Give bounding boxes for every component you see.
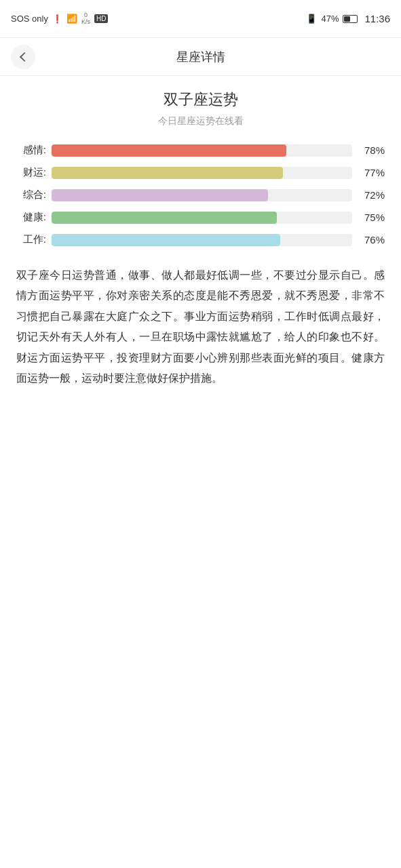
time-display: 11:36 (364, 13, 390, 24)
page-title: 星座详情 (176, 49, 225, 65)
stat-bar-fill (52, 212, 277, 224)
signal-exclamation: ❗ (52, 14, 62, 24)
sim-icon: 📱 (306, 14, 317, 24)
stat-bar-fill (52, 144, 286, 157)
network-icon: HD (94, 14, 108, 23)
app-header: 星座详情 (0, 38, 401, 76)
stat-bar-fill (52, 234, 280, 246)
stat-bar-fill (52, 189, 268, 201)
back-button[interactable] (11, 45, 35, 69)
zodiac-title-section: 双子座运势 今日星座运势在线看 (16, 90, 385, 127)
wifi-icon: 📶 (66, 14, 77, 24)
stat-label: 健康: (16, 211, 52, 224)
stat-row: 综合:72% (16, 189, 385, 201)
stat-bar-container (52, 234, 352, 246)
status-right: 📱 47% 11:36 (306, 13, 390, 24)
description-text: 双子座今日运势普通，做事、做人都最好低调一些，不要过分显示自己。感情方面运势平平… (16, 265, 385, 389)
stat-label: 财运: (16, 166, 52, 179)
stat-row: 工作:76% (16, 233, 385, 246)
stat-percentage: 77% (352, 167, 385, 178)
battery-percent: 47% (321, 14, 339, 24)
stat-percentage: 75% (352, 212, 385, 223)
data-counter: 0 K/s (81, 12, 90, 26)
status-bar: SOS only ❗ 📶 0 K/s HD 📱 47% 11:36 (0, 0, 401, 38)
status-left: SOS only ❗ 📶 0 K/s HD (11, 12, 108, 26)
stat-bar-container (52, 144, 352, 157)
zodiac-main-title: 双子座运势 (16, 90, 385, 110)
back-arrow-icon (20, 52, 29, 61)
stat-percentage: 76% (352, 234, 385, 245)
stat-bar-fill (52, 167, 283, 179)
main-content: 双子座运势 今日星座运势在线看 感情:78%财运:77%综合:72%健康:75%… (0, 76, 401, 402)
stat-row: 感情:78% (16, 144, 385, 157)
stat-label: 工作: (16, 233, 52, 246)
stat-percentage: 72% (352, 189, 385, 201)
stat-label: 综合: (16, 189, 52, 201)
stat-row: 健康:75% (16, 211, 385, 224)
stat-bar-container (52, 212, 352, 224)
stat-percentage: 78% (352, 144, 385, 156)
stat-label: 感情: (16, 144, 52, 157)
zodiac-subtitle: 今日星座运势在线看 (16, 115, 385, 127)
stat-bar-container (52, 189, 352, 201)
description-section: 双子座今日运势普通，做事、做人都最好低调一些，不要过分显示自己。感情方面运势平平… (16, 265, 385, 389)
battery-icon (343, 14, 358, 24)
stat-row: 财运:77% (16, 166, 385, 179)
sos-text: SOS only (11, 14, 48, 24)
stat-bar-container (52, 167, 352, 179)
stats-section: 感情:78%财运:77%综合:72%健康:75%工作:76% (16, 144, 385, 246)
